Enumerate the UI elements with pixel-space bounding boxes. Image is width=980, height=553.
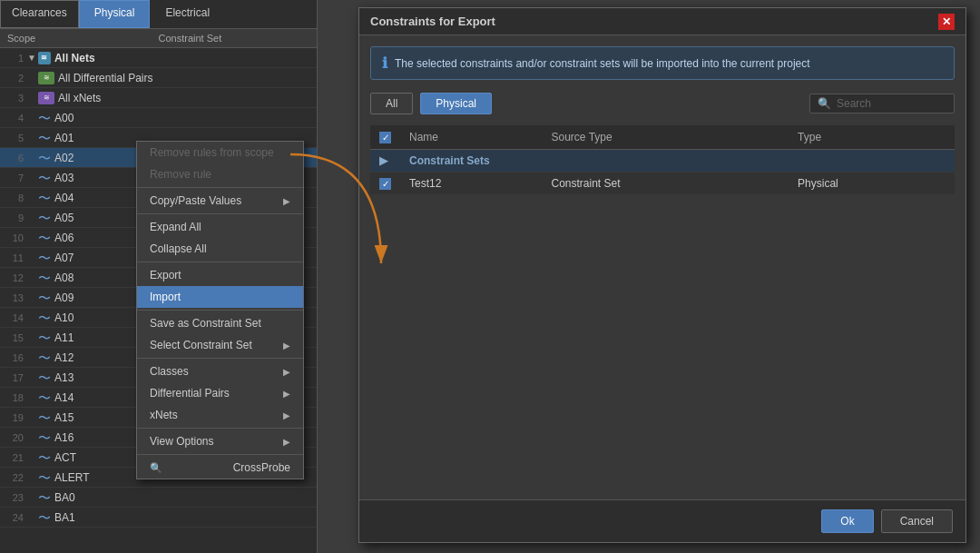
info-bar: ℹ The selected constraints and/or constr… — [370, 46, 955, 80]
row-label: A15 — [54, 411, 74, 424]
xnet-icon: ≋ — [38, 92, 54, 104]
ctx-arrow-icon: ▶ — [283, 341, 290, 351]
row-label: A12 — [54, 351, 74, 364]
dialog-titlebar: Constraints for Export ✕ — [359, 8, 965, 35]
net-wave-icon: 〜 — [38, 331, 51, 344]
ctx-label: Classes — [150, 365, 189, 378]
row-label: All Nets — [54, 52, 95, 64]
ctx-differential-pairs[interactable]: Differential Pairs ▶ — [137, 382, 303, 404]
diff-icon: ≋ — [38, 72, 54, 84]
net-wave-icon: 〜 — [38, 172, 51, 184]
tree-row[interactable]: 23〜BA0 — [0, 488, 317, 508]
net-wave-icon: 〜 — [38, 232, 51, 244]
ctx-import[interactable]: Import — [137, 286, 303, 308]
dialog: Constraints for Export ✕ ℹ The selected … — [358, 7, 966, 543]
ctx-arrow-icon: ▶ — [283, 389, 290, 399]
col-scope-header: Scope — [7, 33, 159, 44]
tree-row[interactable]: 3 ≋ All xNets — [0, 88, 317, 108]
row-checkbox[interactable]: ✓ — [379, 178, 391, 190]
filter-all-button[interactable]: All — [370, 93, 413, 114]
select-all-checkbox[interactable]: ✓ — [379, 132, 391, 143]
col-header-type: Type — [789, 125, 955, 150]
net-wave-icon: 〜 — [38, 371, 51, 384]
info-icon: ℹ — [382, 54, 387, 72]
net-wave-icon: 〜 — [38, 411, 51, 424]
filter-physical-button[interactable]: Physical — [420, 93, 492, 114]
net-wave-icon: 〜 — [38, 431, 51, 444]
table-group-header: ▶ Constraint Sets — [370, 150, 955, 173]
ctx-label: Remove rule — [150, 168, 211, 181]
table-header: Scope Constraint Set — [0, 29, 317, 48]
net-wave-icon: 〜 — [38, 311, 51, 324]
ctx-label: Expand All — [150, 221, 201, 233]
ctx-separator — [137, 358, 303, 359]
ctx-label: Differential Pairs — [150, 387, 230, 400]
row-label: A10 — [54, 311, 74, 324]
row-label: A09 — [54, 291, 74, 304]
row-label: A07 — [54, 252, 74, 264]
row-label: A08 — [54, 272, 74, 284]
crossprobe-icon: 🔍 — [150, 462, 162, 474]
ctx-label: Collapse All — [150, 242, 207, 255]
col-header-source-type: Source Type — [543, 125, 789, 150]
tree-row[interactable]: 4〜A00 — [0, 108, 317, 128]
ctx-remove-rule[interactable]: Remove rule — [137, 163, 303, 185]
ctx-save-constraint-set[interactable]: Save as Constraint Set — [137, 312, 303, 334]
ctx-collapse-all[interactable]: Collapse All — [137, 238, 303, 260]
ctx-label: Export — [150, 269, 181, 281]
col-constraint-header: Constraint Set — [159, 33, 310, 44]
ctx-expand-all[interactable]: Expand All — [137, 216, 303, 238]
ctx-remove-rules[interactable]: Remove rules from scope — [137, 142, 303, 163]
ctx-crossprobe[interactable]: 🔍 CrossProbe — [137, 457, 303, 479]
ctx-xnets[interactable]: xNets ▶ — [137, 404, 303, 426]
close-button[interactable]: ✕ — [938, 14, 955, 30]
tab-clearances[interactable]: Clearances — [0, 0, 79, 28]
tree-row[interactable]: 1 ▼ ≋ All Nets — [0, 48, 317, 68]
ctx-label: Save as Constraint Set — [150, 317, 261, 330]
ctx-select-constraint-set[interactable]: Select Constraint Set ▶ — [137, 334, 303, 356]
row-label: ACT — [54, 451, 76, 464]
ctx-label: Copy/Paste Values — [150, 194, 241, 207]
net-wave-icon: 〜 — [38, 391, 51, 404]
group-label: Constraint Sets — [400, 150, 955, 173]
ctx-copy-paste[interactable]: Copy/Paste Values ▶ — [137, 190, 303, 212]
net-wave-icon: 〜 — [38, 252, 51, 264]
tree-row[interactable]: 24〜BA1 — [0, 508, 317, 528]
net-wave-icon: 〜 — [38, 132, 51, 144]
ctx-separator — [137, 310, 303, 311]
search-input[interactable] — [837, 97, 946, 110]
ctx-classes[interactable]: Classes ▶ — [137, 360, 303, 382]
net-wave-icon: 〜 — [38, 491, 51, 504]
dialog-footer: Ok Cancel — [359, 499, 965, 542]
row-label: A03 — [54, 172, 74, 184]
ctx-label: CrossProbe — [233, 461, 290, 474]
tab-electrical[interactable]: Electrical — [150, 0, 225, 28]
ctx-separator — [137, 187, 303, 188]
row-label: A13 — [54, 371, 74, 384]
row-label: A02 — [54, 152, 74, 164]
ctx-label: Select Constraint Set — [150, 339, 252, 351]
tab-physical[interactable]: Physical — [79, 0, 151, 28]
table-row[interactable]: ✓ Test12 Constraint Set Physical — [370, 173, 955, 195]
tab-bar: Clearances Physical Electrical — [0, 0, 317, 29]
expand-icon: ▼ — [27, 53, 36, 63]
net-wave-icon: 〜 — [38, 272, 51, 284]
ctx-view-options[interactable]: View Options ▶ — [137, 430, 303, 452]
dialog-title: Constraints for Export — [370, 15, 495, 28]
net-wave-icon: 〜 — [38, 112, 51, 124]
dialog-content: ℹ The selected constraints and/or constr… — [359, 35, 965, 206]
tree-row[interactable]: 2 ≋ All Differential Pairs — [0, 68, 317, 88]
net-icon: ≋ — [38, 52, 51, 64]
net-wave-icon: 〜 — [38, 212, 51, 224]
net-wave-icon: 〜 — [38, 471, 51, 484]
search-icon: 🔍 — [818, 97, 831, 110]
search-box: 🔍 — [809, 94, 955, 114]
row-source-type: Constraint Set — [543, 173, 789, 195]
ctx-separator — [137, 213, 303, 214]
ok-button[interactable]: Ok — [821, 509, 873, 533]
ctx-export[interactable]: Export — [137, 264, 303, 286]
row-label: A06 — [54, 232, 74, 244]
cancel-button[interactable]: Cancel — [881, 509, 953, 533]
row-label: A14 — [54, 391, 74, 404]
ctx-separator — [137, 428, 303, 429]
